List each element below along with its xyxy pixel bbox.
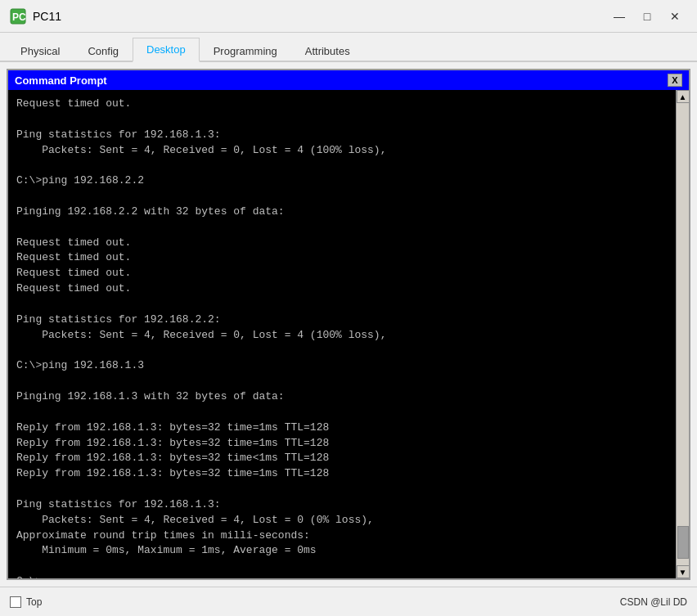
top-checkbox[interactable] [10,596,21,608]
svg-text:PC: PC [12,11,26,23]
tab-attributes[interactable]: Attributes [291,39,364,62]
title-bar: PC PC11 — □ ✕ [0,0,697,33]
close-window-button[interactable]: ✕ [663,8,687,25]
window-title: PC11 [33,10,61,23]
tab-desktop[interactable]: Desktop [133,38,200,62]
scrollbar-down-button[interactable]: ▼ [677,565,690,578]
tab-config[interactable]: Config [74,39,133,62]
minimize-button[interactable]: — [607,8,632,25]
scrollbar-thumb[interactable] [677,526,689,559]
cmd-close-button[interactable]: X [668,74,682,87]
maximize-button[interactable]: □ [635,8,659,25]
tab-bar: Physical Config Desktop Programming Attr… [0,33,697,62]
cmd-scrollbar: ▲ ▼ [676,90,689,578]
watermark: CSDN @Lil DD [620,596,687,608]
status-bar: Top CSDN @Lil DD [0,587,697,616]
cmd-window-title: Command Prompt [15,74,107,87]
top-label: Top [26,596,42,608]
cmd-body-wrapper: Request timed out. Ping statistics for 1… [8,90,689,578]
title-bar-left: PC PC11 [10,8,61,25]
status-left: Top [10,596,42,608]
cmd-titlebar: Command Prompt X [8,70,689,90]
cmd-window: Command Prompt X Request timed out. Ping… [7,69,690,580]
window-controls: — □ ✕ [607,8,687,25]
main-content: Command Prompt X Request timed out. Ping… [0,62,697,587]
app-icon: PC [10,8,26,25]
scrollbar-up-button[interactable]: ▲ [677,90,690,103]
tab-physical[interactable]: Physical [7,39,74,62]
scrollbar-track[interactable] [677,103,689,565]
cmd-output[interactable]: Request timed out. Ping statistics for 1… [8,90,676,578]
tab-programming[interactable]: Programming [200,39,291,62]
